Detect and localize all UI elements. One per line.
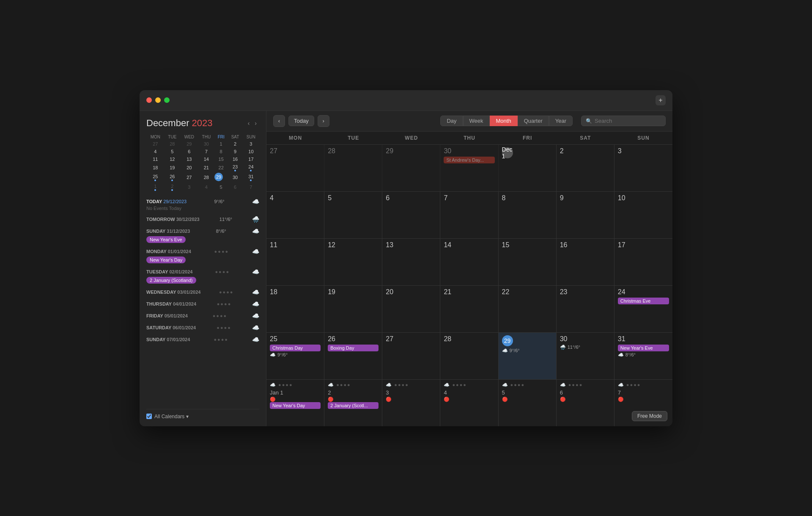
mini-cal-day[interactable]: 23 [228, 163, 242, 173]
cal-cell-dec29-today[interactable]: 29 ☁️9°/6° [499, 333, 557, 379]
mini-cal-day[interactable]: 17 [243, 155, 259, 163]
mini-cal-day[interactable]: 27 [180, 173, 198, 182]
mini-cal-day[interactable]: 25 [146, 173, 165, 182]
tab-month[interactable]: Month [490, 116, 518, 126]
mini-cal-day[interactable]: 28 [198, 173, 214, 182]
mini-cal-day[interactable]: 1 [214, 140, 228, 148]
cal-cell-dec6[interactable]: 6 [382, 192, 440, 238]
mini-cal-day[interactable]: 26 [165, 173, 180, 182]
cal-cell-dec13[interactable]: 13 [382, 239, 440, 285]
cal-today-button[interactable]: Today [288, 116, 314, 126]
mini-cal-day[interactable]: 21 [198, 163, 214, 173]
mini-cal-day[interactable]: 6 [228, 182, 242, 192]
new-years-day-event[interactable]: New Year's Day [270, 402, 321, 409]
cal-cell-dec7[interactable]: 7 [440, 192, 498, 238]
boxing-day-event[interactable]: Boxing Day [328, 345, 379, 351]
cal-cell-dec21[interactable]: 21 [440, 286, 498, 332]
mini-cal-day[interactable]: 9 [228, 148, 242, 155]
mini-cal-day[interactable]: 19 [165, 163, 180, 173]
search-input[interactable] [595, 118, 666, 124]
mini-cal-day[interactable]: 24 [243, 163, 259, 173]
mini-cal-day[interactable]: 3 [180, 182, 198, 192]
cal-cell-jan5[interactable]: ☁️ ●●●● 5 🔴 [499, 380, 557, 426]
add-event-button[interactable]: + [656, 95, 666, 105]
cal-cell-dec23[interactable]: 23 [557, 286, 614, 332]
cal-cell-dec1[interactable]: Dec 1 [499, 145, 557, 191]
cal-cell-dec10[interactable]: 10 [614, 192, 672, 238]
minimize-button[interactable] [155, 97, 161, 103]
cal-cell-nov30[interactable]: 30 St Andrew's Day... [440, 145, 498, 191]
cal-cell-dec22[interactable]: 22 [499, 286, 557, 332]
cal-cell-dec26[interactable]: 26 Boxing Day [324, 333, 382, 379]
mini-cal-day[interactable]: 29 [180, 140, 198, 148]
cal-cell-dec14[interactable]: 14 [440, 239, 498, 285]
cal-next-button[interactable]: › [318, 115, 329, 127]
cal-cell-jan3[interactable]: ☁️ ●●●● 3 🔴 [382, 380, 440, 426]
mini-cal-day[interactable]: 31 [243, 173, 259, 182]
mini-cal-day[interactable]: 5 [165, 148, 180, 155]
cal-cell-dec17[interactable]: 17 [614, 239, 672, 285]
new-years-eve-event[interactable]: New Year's Eve [618, 345, 669, 351]
tab-week[interactable]: Week [463, 116, 490, 126]
cal-cell-dec3[interactable]: 3 [614, 145, 672, 191]
cal-cell-dec24[interactable]: 24 Christmas Eve [614, 286, 672, 332]
mini-cal-day[interactable]: 4 [146, 148, 165, 155]
cal-cell-dec8[interactable]: 8 [499, 192, 557, 238]
fullscreen-button[interactable] [164, 97, 170, 103]
mini-cal-day[interactable]: 5 [214, 182, 228, 192]
mini-cal-day[interactable]: 20 [180, 163, 198, 173]
all-calendars-label[interactable]: All Calendars ▾ [154, 414, 189, 419]
mini-cal-day[interactable]: 14 [198, 155, 214, 163]
tab-year[interactable]: Year [549, 116, 573, 126]
cal-cell-dec28[interactable]: 28 [440, 333, 498, 379]
mini-cal-day[interactable]: 6 [180, 148, 198, 155]
tab-quarter[interactable]: Quarter [518, 116, 549, 126]
mini-cal-day[interactable]: 10 [243, 148, 259, 155]
cal-cell-dec31[interactable]: 31 New Year's Eve ☁️8°/6° [614, 333, 672, 379]
st-andrews-day-event[interactable]: St Andrew's Day... [444, 157, 494, 163]
agenda-new-years-day-pill[interactable]: New Year's Day [146, 257, 186, 263]
mini-cal-day[interactable]: 18 [146, 163, 165, 173]
free-mode-button[interactable]: Free Mode [632, 411, 667, 421]
cal-cell-dec2[interactable]: 2 [557, 145, 614, 191]
cal-cell-dec5[interactable]: 5 [324, 192, 382, 238]
mini-cal-day[interactable]: 22 [214, 163, 228, 173]
mini-cal-day[interactable]: 15 [214, 155, 228, 163]
cal-prev-button[interactable]: ‹ [273, 115, 285, 127]
cal-cell-jan2[interactable]: ☁️ ●●●● 2 🔴 2 January (Scotl... [324, 380, 382, 426]
search-box[interactable]: 🔍 [581, 116, 666, 126]
mini-cal-day[interactable]: 2 [228, 140, 242, 148]
mini-cal-day[interactable]: 12 [165, 155, 180, 163]
mini-cal-day[interactable]: 29 [214, 173, 223, 181]
cal-cell-nov28[interactable]: 28 [324, 145, 382, 191]
cal-cell-dec9[interactable]: 9 [557, 192, 614, 238]
all-calendars-checkbox[interactable] [146, 414, 152, 419]
cal-cell-jan1[interactable]: ☁️ ●●●● Jan 1 🔴 New Year's Day [266, 380, 324, 426]
2-jan-scot-event[interactable]: 2 January (Scotl... [328, 402, 379, 409]
mini-cal-day[interactable]: 28 [165, 140, 180, 148]
cal-cell-jan4[interactable]: ☁️ ●●●● 4 🔴 [440, 380, 498, 426]
cal-cell-nov29[interactable]: 29 [382, 145, 440, 191]
mini-cal-day[interactable]: 2 [165, 182, 180, 192]
tab-day[interactable]: Day [440, 116, 463, 126]
cal-cell-dec4[interactable]: 4 [266, 192, 324, 238]
cal-cell-dec15[interactable]: 15 [499, 239, 557, 285]
mini-cal-day[interactable]: 30 [228, 173, 242, 182]
agenda-new-years-eve-pill[interactable]: New Year's Eve [146, 236, 186, 243]
mini-cal-day[interactable]: 4 [198, 182, 214, 192]
cal-cell-nov27[interactable]: 27 [266, 145, 324, 191]
cal-cell-dec16[interactable]: 16 [557, 239, 614, 285]
mini-cal-day[interactable]: 7 [198, 148, 214, 155]
mini-cal-day[interactable]: 3 [243, 140, 259, 148]
mini-cal-day[interactable]: 27 [146, 140, 165, 148]
cal-cell-dec11[interactable]: 11 [266, 239, 324, 285]
cal-cell-dec18[interactable]: 18 [266, 286, 324, 332]
christmas-day-event[interactable]: Christmas Day [270, 345, 321, 351]
cal-cell-dec19[interactable]: 19 [324, 286, 382, 332]
cal-cell-jan6[interactable]: ☁️ ●●●● 6 🔴 [557, 380, 614, 426]
mini-cal-day[interactable]: 16 [228, 155, 242, 163]
close-button[interactable] [146, 97, 152, 103]
mini-cal-day[interactable]: 11 [146, 155, 165, 163]
cal-cell-dec27[interactable]: 27 [382, 333, 440, 379]
agenda-2-jan-pill[interactable]: 2 January (Scotland) [146, 277, 196, 284]
